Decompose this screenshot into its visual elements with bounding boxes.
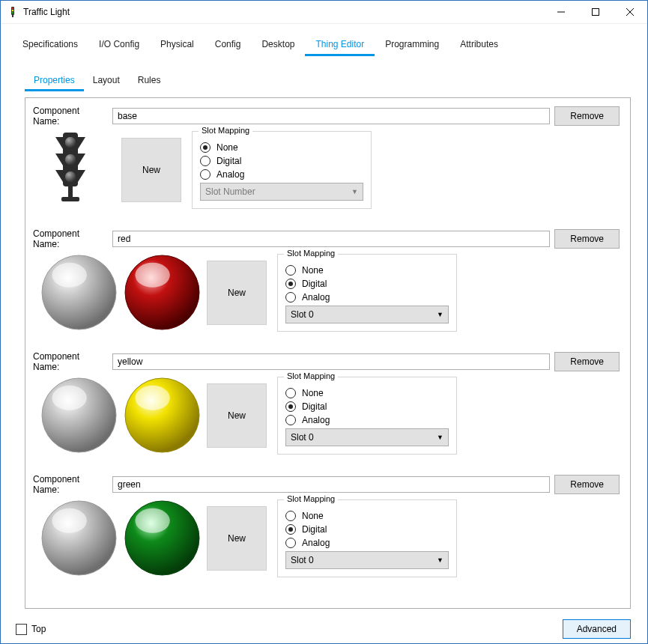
component-name-input[interactable] [112, 231, 550, 247]
radio-label: Digital [302, 524, 327, 535]
svg-rect-4 [12, 15, 13, 17]
close-button[interactable] [613, 1, 647, 23]
radio-icon [285, 401, 296, 412]
slot-mapping-group: Slot Mapping None Digital Analog Slot 0 … [277, 377, 457, 455]
component-red: Component Name: Remove New Slot Mapping [33, 228, 620, 332]
sphere-red [124, 254, 201, 331]
top-checkbox[interactable] [16, 624, 27, 635]
component-name-input[interactable] [112, 353, 550, 370]
tab-desktop[interactable]: Desktop [251, 34, 305, 56]
component-name-label: Component Name: [33, 474, 108, 495]
slot-mapping-analog[interactable]: Analog [200, 169, 363, 180]
component-name-input[interactable] [112, 476, 550, 493]
slot-mapping-none[interactable]: None [285, 388, 449, 398]
slot-mapping-group: Slot Mapping None Digital Analog Slot 0 … [277, 254, 457, 332]
top-checkbox-row[interactable]: Top [16, 624, 46, 635]
slot-mapping-analog[interactable]: Analog [285, 415, 449, 425]
tab-attributes[interactable]: Attributes [449, 34, 509, 56]
radio-label: Digital [302, 401, 327, 412]
radio-icon [285, 538, 296, 548]
titlebar: Traffic Light [1, 1, 647, 24]
radio-icon [285, 292, 296, 303]
svg-marker-15 [78, 170, 85, 182]
footer: Top Advanced [1, 615, 647, 643]
slot-mapping-title: Slot Mapping [284, 249, 338, 258]
window: Traffic Light SpecificationsI/O ConfigPh… [0, 0, 648, 644]
maximize-button[interactable] [578, 1, 613, 23]
slot-mapping-digital[interactable]: Digital [285, 524, 449, 535]
svg-marker-11 [78, 137, 85, 149]
svg-point-36 [135, 508, 169, 533]
component-name-input[interactable] [112, 108, 550, 124]
svg-point-3 [12, 12, 13, 13]
tab-specifications[interactable]: Specifications [12, 34, 88, 56]
chevron-down-icon: ▼ [437, 434, 443, 441]
svg-point-1 [12, 7, 13, 9]
tab-physical[interactable]: Physical [150, 34, 205, 56]
chevron-down-icon: ▼ [437, 556, 443, 564]
radio-icon [285, 415, 296, 425]
slot-mapping-none[interactable]: None [285, 265, 449, 276]
slot-mapping-digital[interactable]: Digital [200, 156, 363, 166]
slot-mapping-digital[interactable]: Digital [285, 401, 449, 412]
slot-number-value: Slot 0 [291, 432, 314, 443]
new-button[interactable]: New [207, 506, 267, 571]
slot-number-value: Slot 0 [291, 555, 314, 565]
tab-config[interactable]: Config [205, 34, 252, 56]
sphere-grey [40, 377, 118, 454]
subtab-layout[interactable]: Layout [84, 71, 129, 91]
slot-mapping-digital[interactable]: Digital [285, 279, 449, 289]
svg-rect-6 [593, 9, 599, 16]
radio-icon [200, 169, 211, 180]
radio-label: Digital [302, 279, 327, 289]
remove-button[interactable]: Remove [554, 475, 620, 494]
radio-icon [285, 279, 296, 289]
slot-number-select: Slot Number ▼ [200, 183, 363, 201]
slot-number-select[interactable]: Slot 0 ▼ [285, 306, 449, 323]
svg-point-2 [12, 10, 13, 11]
component-name-label: Component Name: [33, 106, 108, 127]
svg-rect-21 [61, 197, 79, 201]
radio-icon [285, 511, 296, 521]
slot-mapping-none[interactable]: None [200, 142, 363, 153]
component-name-label: Component Name: [33, 228, 108, 249]
slot-mapping-title: Slot Mapping [199, 126, 252, 135]
remove-button[interactable]: Remove [554, 352, 620, 371]
svg-point-28 [135, 263, 169, 288]
slot-mapping-group: Slot Mapping None Digital Analog Slot 0 … [277, 499, 457, 577]
component-green: Component Name: Remove New Slot Mapping [33, 474, 620, 577]
slot-mapping-analog[interactable]: Analog [285, 538, 449, 548]
svg-point-24 [65, 171, 76, 182]
tab-i-o-config[interactable]: I/O Config [88, 34, 150, 56]
remove-button[interactable]: Remove [554, 106, 620, 126]
window-controls [544, 1, 647, 23]
slot-mapping-analog[interactable]: Analog [285, 292, 449, 303]
radio-label: None [216, 142, 238, 153]
svg-rect-20 [68, 186, 73, 197]
tab-thing-editor[interactable]: Thing Editor [305, 34, 375, 56]
new-button[interactable]: New [207, 261, 267, 325]
radio-icon [285, 524, 296, 535]
slot-mapping-group: Slot Mapping None Digital Analog Slot Nu… [192, 131, 372, 209]
new-button[interactable]: New [121, 138, 181, 202]
slot-number-select[interactable]: Slot 0 ▼ [285, 428, 449, 446]
subtab-properties[interactable]: Properties [25, 71, 84, 91]
svg-point-26 [52, 263, 86, 288]
svg-marker-13 [78, 154, 85, 165]
slot-mapping-title: Slot Mapping [284, 371, 338, 380]
radio-icon [200, 142, 211, 153]
advanced-button[interactable]: Advanced [563, 619, 631, 639]
main-tabs: SpecificationsI/O ConfigPhysicalConfigDe… [1, 34, 647, 56]
component-base: Component Name: Remove New Slot Mapping … [33, 106, 620, 209]
subtab-rules[interactable]: Rules [129, 71, 170, 91]
component-scroll[interactable]: Component Name: Remove New Slot Mapping … [25, 98, 630, 608]
radio-label: None [302, 388, 324, 398]
slot-number-select[interactable]: Slot 0 ▼ [285, 551, 449, 569]
remove-button[interactable]: Remove [554, 229, 620, 249]
window-title: Traffic Light [23, 7, 544, 17]
svg-marker-10 [55, 137, 63, 149]
slot-mapping-none[interactable]: None [285, 511, 449, 521]
new-button[interactable]: New [207, 383, 267, 448]
tab-programming[interactable]: Programming [375, 34, 449, 56]
minimize-button[interactable] [544, 1, 578, 23]
